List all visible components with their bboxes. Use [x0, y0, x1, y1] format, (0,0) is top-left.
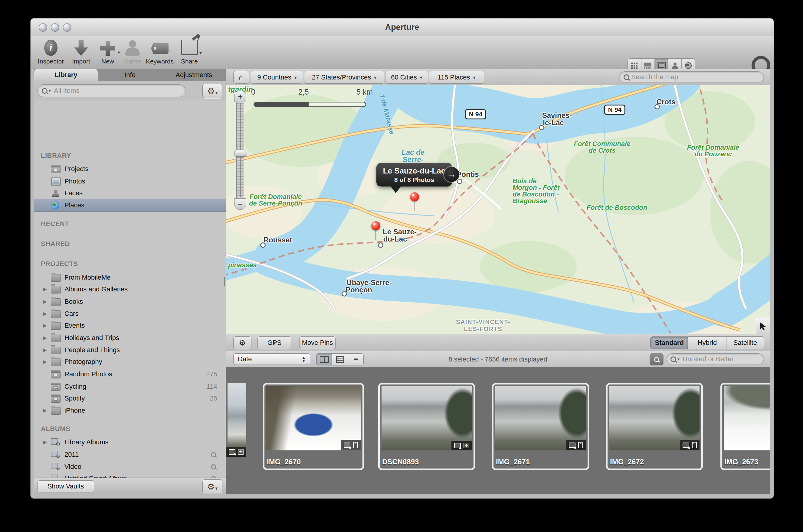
forest-label: de Crots	[588, 147, 616, 154]
import-arrow-icon	[74, 40, 88, 56]
sidebar-gear-button[interactable]: ⚙▾	[202, 479, 222, 494]
map-search-input[interactable]	[631, 73, 760, 81]
thumbnail-img-2672[interactable]: IMG_2672	[606, 383, 703, 470]
thumbnail-badges	[566, 440, 586, 450]
disclosure-triangle-icon[interactable]: ▶	[43, 408, 47, 413]
callout-detail-button[interactable]: →	[444, 167, 459, 182]
thumbnail-partial[interactable]: +	[227, 383, 246, 457]
title-bar: Aperture	[31, 18, 774, 36]
filter-hud-button[interactable]	[650, 353, 663, 365]
view-list-button[interactable]: ≡	[348, 354, 363, 365]
thumbnail-img-2671[interactable]: IMG_2671	[492, 383, 589, 470]
disclosure-triangle-icon[interactable]: ▶	[43, 359, 47, 364]
sidebar-search-input[interactable]	[53, 87, 181, 95]
road-badge-n94: N 94	[465, 109, 486, 119]
map-gear-button[interactable]: ⚙▾	[233, 337, 252, 349]
thumbnail-name: IMG_2671	[496, 458, 530, 466]
map-zoom-slider: + −	[234, 91, 246, 210]
tab-library[interactable]: Library	[34, 69, 98, 81]
town-marker	[654, 104, 660, 110]
tab-info[interactable]: Info	[98, 69, 162, 81]
map-type-standard[interactable]: Standard	[651, 337, 688, 349]
callout-subtitle: 8 of 8 Photos	[377, 176, 452, 184]
rating-filter-field[interactable]: ▾	[666, 353, 764, 365]
sidebar-search-gear-button[interactable]: ⚙▾	[202, 84, 222, 98]
town-marker	[378, 243, 383, 248]
map-corner-cursor-button[interactable]	[756, 318, 770, 334]
sidebar-bottom-bar: Show Vaults ⚙▾	[34, 478, 226, 494]
thumbnail-img-2670[interactable]: IMG_2670	[263, 383, 364, 470]
thumbnail-badges: +	[452, 441, 472, 450]
map-canvas[interactable]: + − 0 2,5 5 km N 94 N 94 Lac de Serre- t…	[226, 85, 770, 334]
folder-icon	[51, 335, 61, 342]
search-icon	[671, 356, 676, 362]
disclosure-triangle-icon[interactable]: ▶	[43, 299, 47, 304]
states-button[interactable]: 27 States/Provinces▾	[304, 71, 384, 84]
gps-button[interactable]: GPS▾	[257, 337, 291, 349]
road-badge-n94: N 94	[604, 104, 625, 115]
map-scale-bar	[254, 102, 366, 107]
sidebar-item-cycling[interactable]: Cycling 114	[34, 381, 226, 393]
sidebar-item-faces[interactable]: Faces	[34, 187, 226, 199]
sidebar-item-spotify[interactable]: Spotify 25	[34, 392, 226, 404]
sidebar-item-library-albums[interactable]: ▶ Library Albums	[34, 436, 226, 448]
sidebar-item-video[interactable]: Video	[34, 461, 226, 473]
sidebar-item-projects[interactable]: Projects	[34, 163, 226, 175]
sidebar-item-iphone[interactable]: ▶ iPhone	[34, 404, 226, 417]
sidebar-item-albums-and-galleries[interactable]: ▶ Albums and Galleries	[34, 283, 226, 295]
zoom-out-button[interactable]: −	[234, 198, 246, 210]
folder-icon	[51, 347, 61, 354]
map-home-button[interactable]: ⌂	[233, 71, 249, 84]
disclosure-triangle-icon[interactable]: ▶	[43, 311, 47, 317]
inspector-button[interactable]: i Inspector	[34, 38, 68, 65]
browser-control-bar: Date ▲▼ ≡ 8 selected - 7656 items displa…	[226, 351, 770, 367]
disclosure-triangle-icon[interactable]: ▶	[43, 347, 47, 353]
sidebar-search-row: ▾ ⚙▾	[34, 81, 226, 101]
view-grid-button[interactable]	[332, 354, 348, 365]
places-button[interactable]: 115 Places▾	[429, 71, 484, 84]
disclosure-triangle-icon[interactable]: ▶	[43, 287, 47, 292]
sidebar-search-field[interactable]: ▾	[37, 84, 185, 97]
sidebar-item-cars[interactable]: ▶ Cars	[34, 308, 226, 320]
folder-icon	[51, 407, 61, 415]
sidebar-item-places[interactable]: Places	[34, 199, 226, 212]
show-vaults-button[interactable]: Show Vaults	[37, 480, 94, 492]
map-search-field[interactable]	[619, 71, 764, 83]
thumbnail-dscn0893[interactable]: + DSCN0893	[378, 383, 475, 470]
disclosure-triangle-icon[interactable]: ▶	[43, 323, 47, 328]
cities-button[interactable]: 60 Cities▾	[385, 71, 428, 84]
countries-button[interactable]: 9 Countries▾	[251, 71, 303, 84]
sidebar-item-from-mobileme[interactable]: From MobileMe	[34, 271, 226, 284]
sidebar-item-photography[interactable]: ▶ Photography	[34, 356, 226, 368]
map-type-satellite[interactable]: Satellite	[727, 337, 764, 349]
thumbnail-photo	[495, 386, 586, 450]
sidebar-item-books[interactable]: ▶ Books	[34, 296, 226, 308]
sidebar-item-2011[interactable]: 2011	[34, 449, 226, 461]
disclosure-triangle-icon[interactable]: ▶	[43, 335, 47, 341]
place-callout[interactable]: Le Sauze-du-Lac 8 of 8 Photos	[377, 163, 452, 187]
keywords-button[interactable]: Keywords	[143, 38, 177, 65]
zoom-in-button[interactable]: +	[234, 91, 246, 102]
smart-album-icon	[51, 463, 60, 471]
smart-album-search-icon[interactable]	[211, 464, 216, 470]
sidebar-item-events[interactable]: ▶ Events	[34, 320, 226, 331]
zoom-slider-thumb[interactable]	[234, 150, 246, 156]
disclosure-triangle-icon[interactable]: ▶	[43, 439, 47, 445]
smart-album-search-icon[interactable]	[211, 452, 216, 457]
chevron-down-icon: ▾	[215, 90, 218, 96]
tab-adjustments[interactable]: Adjustments	[162, 69, 226, 81]
map-scale-fill	[254, 102, 309, 107]
pin-stick	[375, 229, 377, 240]
sidebar-item-holidays-and-trips[interactable]: ▶ Holidays and Trips	[34, 332, 226, 344]
view-filmstrip-button[interactable]	[316, 354, 332, 365]
project-icon	[51, 395, 60, 403]
move-pins-button[interactable]: Move Pins	[299, 337, 335, 349]
thumbnail-img-2673[interactable]: IMG_2673	[720, 383, 770, 470]
sidebar-item-people-and-things[interactable]: ▶ People and Things	[34, 344, 226, 356]
sidebar-item-random-photos[interactable]: Random Photos 275	[34, 368, 226, 380]
share-button[interactable]: ▾ Share	[173, 38, 206, 65]
sort-popup[interactable]: Date ▲▼	[233, 353, 310, 365]
map-type-hybrid[interactable]: Hybrid	[688, 337, 726, 349]
rating-filter-input[interactable]	[682, 355, 760, 363]
sidebar-item-photos[interactable]: Photos	[34, 175, 226, 187]
